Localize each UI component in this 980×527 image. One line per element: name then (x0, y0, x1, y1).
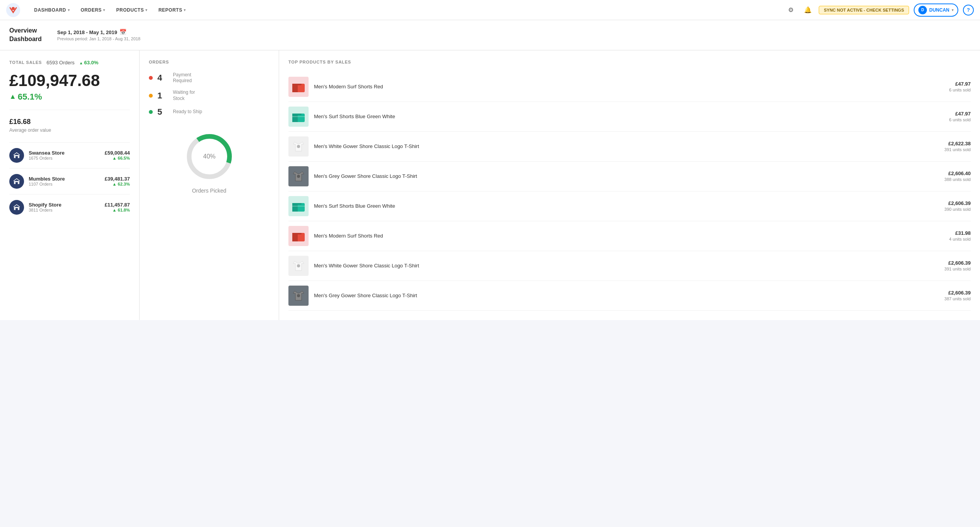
user-avatar: D (918, 6, 927, 14)
store-item: Swansea Store 1675 Orders £59,008.44 ▲ 6… (9, 142, 130, 168)
left-panel: TOTAL SALES 6593 Orders 63.0% £109,947.6… (0, 50, 140, 320)
product-row: Men's Grey Gower Shore Classic Logo T-Sh… (288, 281, 971, 311)
donut-label: Orders Picked (192, 188, 226, 194)
product-price: £2,622.38 (944, 141, 971, 146)
product-info: Men's Modern Surf Shorts Red (314, 84, 944, 90)
svg-rect-13 (295, 84, 302, 85)
store-name: Swansea Store (29, 150, 100, 156)
product-name: Men's Surf Shorts Blue Green White (314, 114, 944, 119)
product-units: 6 units sold (949, 88, 971, 92)
product-row: Men's White Gower Shore Classic Logo T-S… (288, 251, 971, 281)
store-icon (9, 174, 24, 189)
sync-status[interactable]: SYNC NOT ACTIVE - CHECK SETTINGS (819, 6, 909, 14)
store-right: £11,457.87 ▲ 61.8% (105, 202, 130, 212)
store-orders: 3811 Orders (29, 208, 100, 212)
product-price-info: £31.98 4 units sold (949, 230, 971, 241)
date-range-previous: Previous period: Jan 1, 2018 - Aug 31, 2… (57, 36, 141, 41)
product-row: Men's Surf Shorts Blue Green White £2,60… (288, 191, 971, 221)
product-info: Men's White Gower Shore Classic Logo T-S… (314, 143, 939, 149)
product-price-info: £2,606.39 387 units sold (944, 290, 971, 301)
orders-change-badge: 63.0% (79, 60, 98, 65)
avg-order-value: £16.68 (9, 118, 130, 126)
store-item: Mumbles Store 1107 Orders £39,481.37 ▲ 6… (9, 168, 130, 194)
waiting-stock-count: 1 (157, 91, 168, 101)
svg-rect-22 (295, 203, 302, 205)
store-right: £39,481.37 ▲ 62.3% (105, 176, 130, 186)
store-change: ▲ 61.8% (105, 208, 130, 212)
product-thumbnail (288, 256, 309, 276)
calendar-icon[interactable]: 📅 (119, 29, 127, 36)
product-row: Men's Surf Shorts Blue Green White £47.9… (288, 102, 971, 132)
logo[interactable] (6, 3, 20, 17)
product-info: Men's Surf Shorts Blue Green White (314, 114, 944, 119)
bell-icon[interactable]: 🔔 (802, 4, 814, 16)
product-name: Men's White Gower Shore Classic Logo T-S… (314, 263, 939, 269)
product-price-info: £2,622.38 391 units sold (944, 141, 971, 152)
chevron-down-icon: ▾ (952, 8, 954, 12)
percentage-change: ▲ 65.1% (9, 92, 130, 102)
product-price-info: £2,606.39 390 units sold (944, 200, 971, 212)
product-name: Men's Grey Gower Shore Classic Logo T-Sh… (314, 173, 939, 179)
ready-to-ship-count: 5 (157, 107, 168, 117)
ready-to-ship-label: Ready to Ship (173, 109, 202, 115)
status-dot-yellow (149, 94, 153, 98)
nav-orders[interactable]: ORDERS ▾ (76, 5, 110, 15)
product-row: Men's Grey Gower Shore Classic Logo T-Sh… (288, 162, 971, 191)
svg-rect-26 (295, 233, 302, 234)
product-price: £2,606.39 (944, 290, 971, 296)
orders-section-title: ORDERS (149, 60, 269, 64)
nav-items: DASHBOARD ▾ ORDERS ▾ PRODUCTS ▾ REPORTS … (29, 5, 785, 15)
store-amount: £39,481.37 (105, 176, 130, 182)
product-price: £2,606.39 (944, 200, 971, 206)
product-thumbnail (288, 196, 309, 216)
product-price: £47.97 (949, 111, 971, 117)
product-units: 391 units sold (944, 147, 971, 152)
avg-order-label: Average order value (9, 127, 130, 133)
product-name: Men's Surf Shorts Blue Green White (314, 203, 939, 209)
status-dot-green (149, 110, 153, 114)
avg-order-section: £16.68 Average order value (9, 110, 130, 133)
store-item: Shopify Store 3811 Orders £11,457.87 ▲ 6… (9, 194, 130, 220)
product-units: 388 units sold (944, 177, 971, 182)
store-right: £59,008.44 ▲ 66.5% (105, 150, 130, 160)
product-row: Men's Modern Surf Shorts Red £47.97 6 un… (288, 72, 971, 102)
product-price: £31.98 (949, 230, 971, 236)
product-price-info: £2,606.39 391 units sold (944, 260, 971, 271)
store-info: Mumbles Store 1107 Orders (29, 176, 100, 186)
product-units: 390 units sold (944, 207, 971, 212)
settings-icon[interactable]: ⚙ (785, 4, 797, 16)
waiting-stock-label: Waiting forStock (173, 90, 195, 102)
product-thumbnail (288, 136, 309, 157)
product-price: £2,606.40 (944, 170, 971, 176)
svg-point-19 (297, 175, 300, 178)
total-amount: £109,947.68 (9, 72, 130, 90)
user-menu-button[interactable]: D DUNCAN ▾ (914, 3, 958, 17)
nav-reports[interactable]: REPORTS ▾ (154, 5, 191, 15)
product-info: Men's Grey Gower Shore Classic Logo T-Sh… (314, 173, 939, 179)
store-orders: 1675 Orders (29, 156, 100, 160)
store-change: ▲ 62.3% (105, 182, 130, 186)
product-price-info: £2,606.40 388 units sold (944, 170, 971, 182)
store-info: Shopify Store 3811 Orders (29, 202, 100, 212)
svg-rect-5 (16, 182, 18, 184)
nav-products[interactable]: PRODUCTS ▾ (112, 5, 152, 15)
product-thumbnail (288, 226, 309, 246)
product-row: Men's White Gower Shore Classic Logo T-S… (288, 132, 971, 162)
nav-right: ⚙ 🔔 SYNC NOT ACTIVE - CHECK SETTINGS D D… (785, 3, 974, 17)
right-panel: TOP PRODUCTS BY SALES Men's Modern Surf … (279, 50, 980, 320)
product-info: Men's White Gower Shore Classic Logo T-S… (314, 263, 939, 269)
store-icon (9, 200, 24, 215)
svg-point-28 (297, 294, 300, 297)
page-header: Overview Dashboard Sep 1, 2018 - May 1, … (0, 20, 980, 50)
date-range-main: Sep 1, 2018 - May 1, 2019 📅 (57, 29, 141, 36)
product-name: Men's Grey Gower Shore Classic Logo T-Sh… (314, 293, 939, 298)
help-button[interactable]: ? (963, 5, 974, 16)
top-products-title: TOP PRODUCTS BY SALES (288, 60, 971, 64)
nav-dashboard[interactable]: DASHBOARD ▾ (29, 5, 74, 15)
payment-required-label: PaymentRequired (173, 72, 192, 84)
donut-svg: 40% (182, 129, 236, 184)
product-thumbnail (288, 77, 309, 97)
chevron-down-icon: ▾ (68, 8, 70, 12)
date-range: Sep 1, 2018 - May 1, 2019 📅 Previous per… (57, 29, 141, 41)
store-name: Mumbles Store (29, 176, 100, 182)
